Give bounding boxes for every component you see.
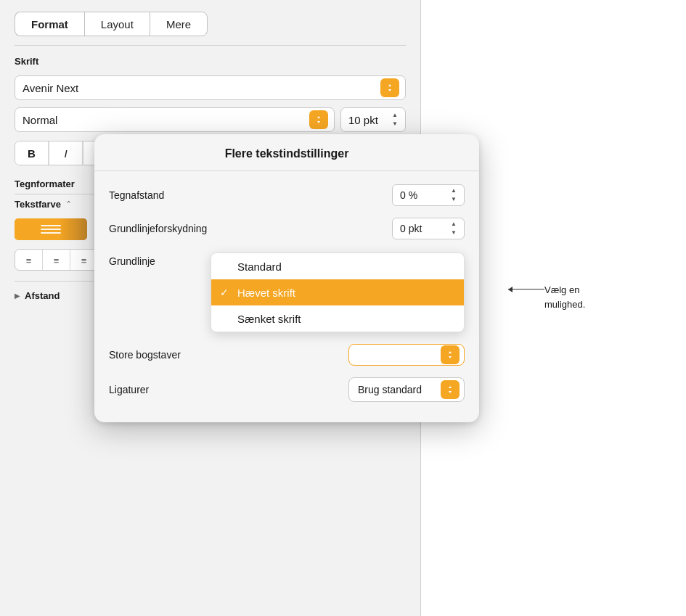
- color-swatch[interactable]: [15, 218, 87, 240]
- popup-tegnafstand-label: Tegnafstand: [109, 189, 164, 201]
- tekstfarve-chevron-icon: ⌃: [65, 200, 72, 209]
- tegnafstand-stepper[interactable]: ▲ ▼: [448, 186, 460, 204]
- tekstfarve-label: Tekstfarve: [15, 199, 61, 210]
- font-size-stepper[interactable]: ▲ ▼: [389, 111, 401, 128]
- afstand-chevron-icon: ▶: [15, 292, 20, 300]
- popup-ligaturer-value: Brug standard: [358, 384, 422, 395]
- dropdown-item-standard[interactable]: Standard: [211, 253, 464, 279]
- align-center-button[interactable]: ≡: [43, 250, 70, 271]
- check-haevet: ✓: [220, 287, 232, 298]
- popup-store-row: Store bogstaver: [94, 338, 479, 371]
- font-section-label: Skrift: [0, 46, 420, 73]
- font-size-down[interactable]: ▼: [389, 120, 401, 128]
- dropdown-item-saenket[interactable]: Sænket skrift: [211, 305, 464, 332]
- store-bogstaver-spinner[interactable]: [441, 345, 460, 364]
- popup-title: Flere tekstindstillinger: [94, 134, 479, 171]
- grundlinjeforskydning-down[interactable]: ▼: [448, 229, 460, 237]
- bold-button[interactable]: B: [15, 141, 49, 165]
- grundlinjeforskydning-stepper[interactable]: ▲ ▼: [448, 220, 460, 237]
- popup-tegnafstand-row: Tegnafstand 0 % ▲ ▼: [94, 178, 479, 212]
- style-size-row: Normal 10 pkt ▲ ▼: [0, 103, 420, 136]
- italic-button[interactable]: I: [49, 141, 83, 165]
- font-size-up[interactable]: ▲: [389, 111, 401, 120]
- popup-tegnafstand-value: 0 %: [400, 189, 417, 201]
- afstand-label: Afstand: [25, 290, 60, 301]
- tab-bar: Format Layout Mere: [0, 0, 420, 45]
- dropdown-label-saenket: Sænket skrift: [237, 313, 455, 325]
- popup-overlay: Flere tekstindstillinger Tegnafstand 0 %…: [94, 134, 479, 422]
- callout-text: Vælg en mulighed.: [544, 283, 585, 311]
- tab-format[interactable]: Format: [15, 12, 84, 36]
- font-name-spinner[interactable]: [380, 78, 399, 97]
- font-size-field[interactable]: 10 pkt ▲ ▼: [340, 107, 406, 132]
- grundlinje-dropdown-menu[interactable]: Standard ✓ Hævet skrift Sænket skrift: [211, 252, 465, 332]
- font-size-text: 10 pkt: [348, 114, 378, 126]
- popup-grundlinje-label: Grundlinje: [109, 255, 211, 267]
- callout-line: [508, 289, 544, 289]
- font-name-field[interactable]: Avenir Next: [15, 75, 406, 100]
- font-style-spinner[interactable]: [309, 110, 328, 129]
- callout: Vælg en mulighed.: [508, 283, 585, 311]
- popup-grundlinjeforskydning-value: 0 pkt: [400, 223, 422, 234]
- font-name-text: Avenir Next: [23, 82, 78, 94]
- font-style-field[interactable]: Normal: [15, 107, 335, 132]
- dropdown-item-haevet[interactable]: ✓ Hævet skrift: [211, 279, 464, 305]
- grundlinjeforskydning-up[interactable]: ▲: [448, 220, 460, 229]
- popup-tegnafstand-field[interactable]: 0 % ▲ ▼: [392, 184, 465, 206]
- font-style-text: Normal: [23, 114, 57, 126]
- dropdown-label-haevet: Hævet skrift: [237, 287, 455, 299]
- popup-grundlinje-row: Grundlinje Standard ✓ Hævet skrift Sænke…: [94, 245, 479, 273]
- font-name-row: Avenir Next: [0, 73, 420, 103]
- popup-store-bogstaver-label: Store bogstaver: [109, 349, 181, 361]
- ligaturer-spinner[interactable]: [441, 380, 460, 399]
- tab-mere[interactable]: Mere: [150, 12, 208, 36]
- popup-grundlinjeforskydning-field[interactable]: 0 pkt ▲ ▼: [392, 218, 465, 239]
- popup-grundlinjeforskydning-label: Grundlinjeforskydning: [109, 223, 207, 234]
- tegnafstand-up[interactable]: ▲: [448, 186, 460, 195]
- popup-ligaturer-row: Ligaturer Brug standard: [94, 371, 479, 408]
- tab-layout[interactable]: Layout: [84, 12, 150, 36]
- alignment-icon: [41, 225, 61, 234]
- popup-store-bogstaver-field[interactable]: [348, 344, 465, 366]
- popup-grundlinjeforskydning-row: Grundlinjeforskydning 0 pkt ▲ ▼: [94, 212, 479, 245]
- dropdown-label-standard: Standard: [237, 260, 455, 273]
- align-left-button[interactable]: ≡: [15, 250, 43, 271]
- popup-ligaturer-field[interactable]: Brug standard: [348, 377, 465, 402]
- tegnafstand-down[interactable]: ▼: [448, 195, 460, 204]
- popup-divider-top: [94, 171, 479, 171]
- popup-ligaturer-label: Ligaturer: [109, 384, 149, 395]
